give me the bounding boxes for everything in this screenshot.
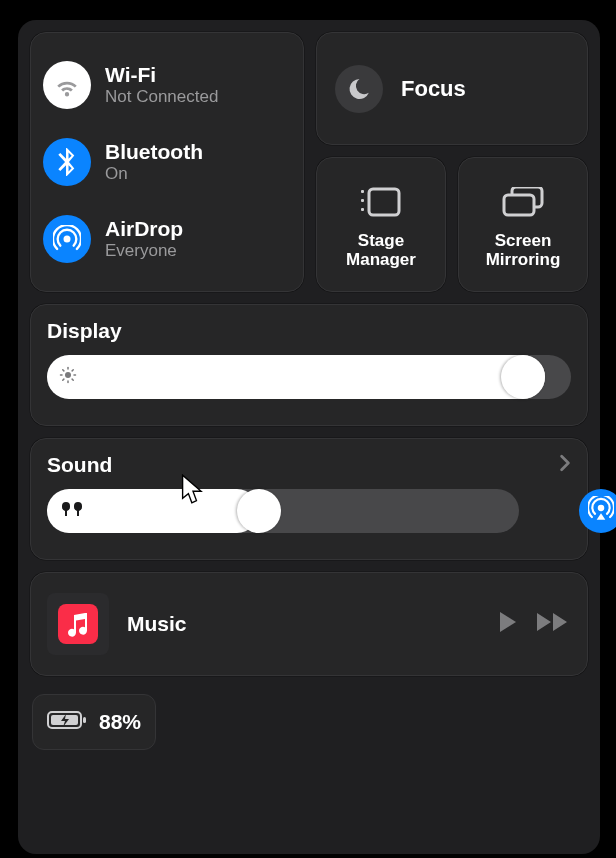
brightness-low-icon [59, 366, 77, 388]
svg-point-0 [64, 236, 71, 243]
sound-expand-button[interactable] [559, 454, 571, 476]
svg-rect-1 [361, 190, 364, 193]
control-center: Wi-Fi Not Connected Bluetooth On Air [18, 20, 600, 854]
wifi-toggle[interactable]: Wi-Fi Not Connected [43, 47, 291, 123]
battery-charging-icon [47, 709, 87, 735]
screen-mirroring-label: Screen Mirroring [486, 232, 561, 269]
battery-level: 88% [99, 710, 141, 734]
top-right-column: Focus Stage Manager Screen Mirroring [316, 32, 588, 292]
focus-toggle[interactable]: Focus [316, 32, 588, 145]
bluetooth-toggle[interactable]: Bluetooth On [43, 124, 291, 200]
svg-rect-17 [58, 604, 98, 644]
next-track-button[interactable] [537, 611, 571, 637]
now-playing-module[interactable]: Music [30, 572, 588, 676]
airdrop-title: AirDrop [105, 217, 183, 241]
airdrop-status: Everyone [105, 241, 183, 261]
music-app-icon [47, 593, 109, 655]
play-button[interactable] [497, 610, 519, 638]
sound-title: Sound [47, 453, 112, 477]
svg-line-12 [63, 370, 64, 371]
stage-manager-button[interactable]: Stage Manager [316, 157, 446, 292]
sound-slider-thumb [237, 489, 281, 533]
battery-button[interactable]: 88% [32, 694, 156, 750]
svg-point-7 [65, 372, 71, 378]
display-slider-fill [47, 355, 545, 399]
svg-line-13 [72, 379, 73, 380]
svg-line-14 [63, 379, 64, 380]
wifi-title: Wi-Fi [105, 63, 218, 87]
wifi-text: Wi-Fi Not Connected [105, 63, 218, 107]
bluetooth-title: Bluetooth [105, 140, 203, 164]
airplay-audio-icon [588, 496, 614, 526]
svg-rect-6 [504, 195, 534, 215]
stage-manager-label: Stage Manager [346, 232, 416, 269]
airdrop-toggle[interactable]: AirDrop Everyone [43, 201, 291, 277]
connectivity-module: Wi-Fi Not Connected Bluetooth On Air [30, 32, 304, 292]
display-slider-thumb [501, 355, 545, 399]
tile-row: Stage Manager Screen Mirroring [316, 157, 588, 292]
airdrop-icon [43, 215, 91, 263]
svg-rect-3 [361, 208, 364, 211]
sound-module: Sound [30, 438, 588, 560]
wifi-status: Not Connected [105, 87, 218, 107]
display-title: Display [47, 319, 571, 343]
svg-rect-2 [361, 199, 364, 202]
svg-rect-19 [83, 717, 86, 723]
bluetooth-text: Bluetooth On [105, 140, 203, 184]
stage-manager-icon [361, 178, 401, 226]
now-playing-title: Music [127, 612, 497, 636]
airdrop-text: AirDrop Everyone [105, 217, 183, 261]
svg-point-16 [598, 505, 605, 512]
bluetooth-status: On [105, 164, 203, 184]
battery-row: 88% [30, 688, 588, 750]
focus-icon [335, 65, 383, 113]
wifi-icon [43, 61, 91, 109]
sound-volume-slider[interactable] [47, 489, 519, 533]
media-controls [497, 610, 571, 638]
focus-label: Focus [401, 76, 466, 102]
top-row: Wi-Fi Not Connected Bluetooth On Air [30, 32, 588, 292]
display-module: Display [30, 304, 588, 426]
svg-line-15 [72, 370, 73, 371]
screen-mirroring-icon [502, 178, 544, 226]
display-brightness-slider[interactable] [47, 355, 571, 399]
airpods-icon [59, 500, 85, 522]
bluetooth-icon [43, 138, 91, 186]
sound-output-button[interactable] [579, 489, 616, 533]
screen-mirroring-button[interactable]: Screen Mirroring [458, 157, 588, 292]
svg-rect-4 [369, 189, 399, 215]
